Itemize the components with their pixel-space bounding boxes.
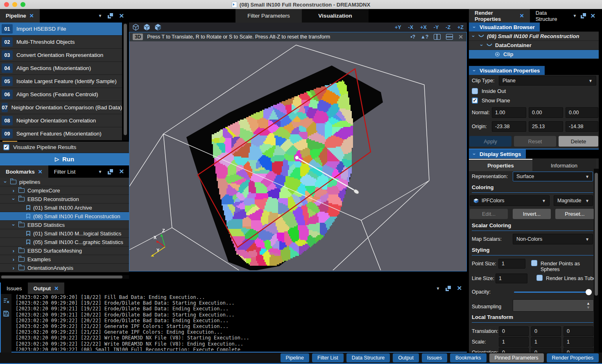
clear-log-icon[interactable] <box>3 298 9 305</box>
orientation-cube-icon[interactable] <box>154 24 161 31</box>
camera-axis-button-minus-y[interactable]: -Y <box>434 25 439 30</box>
pipeline-scrollbar-thumb[interactable] <box>124 24 127 135</box>
pipeline-item[interactable]: 06Align Sections (Feature Centroid) <box>0 88 122 101</box>
tab-bookmarks[interactable]: Bookmarks ✕ <box>0 165 48 178</box>
maximize-traffic-light[interactable] <box>20 2 25 7</box>
visualization-browser-header[interactable]: › Visualization Browser <box>469 23 540 32</box>
bookmarks-tree-item[interactable]: (01) Small IN100 Archive <box>0 203 129 212</box>
console-log[interactable]: [2023:02:20 09:29:20] [18/22] Fill Bad D… <box>11 294 467 351</box>
visualize-results-checkbox[interactable]: ✓ <box>3 144 9 150</box>
close-panel-icon[interactable]: ✕ <box>119 168 124 175</box>
dock-toggle-pinned-parameters[interactable]: Pinned Parameters <box>489 353 544 362</box>
scale-z-field[interactable]: 1 <box>564 337 593 347</box>
camera-axis-button-plusminus-y[interactable]: +Y <box>395 25 401 30</box>
show-plane-checkbox[interactable]: ✓ <box>472 97 478 104</box>
chevron-collapsed-icon[interactable]: › <box>11 188 16 194</box>
scale-x-field[interactable]: 1 <box>499 337 529 347</box>
save-log-icon[interactable] <box>3 311 9 318</box>
browser-item-clip[interactable]: Clip <box>469 50 599 59</box>
close-panel-icon[interactable]: ✕ <box>590 12 595 20</box>
opacity-slider-handle[interactable] <box>586 289 592 295</box>
dock-toggle-bookmarks[interactable]: Bookmarks <box>450 353 487 362</box>
pipeline-item[interactable]: 04Align Sections (Misorientation) <box>0 62 122 75</box>
pipeline-item[interactable]: 03Convert Orientation Representation <box>0 49 122 62</box>
scale-y-field[interactable]: 1 <box>531 337 561 347</box>
apply-button[interactable]: Apply <box>469 136 511 147</box>
dock-toggle-render-properties[interactable]: Render Properties <box>547 353 599 362</box>
visualization-properties-header[interactable]: › Visualization Properties <box>469 66 545 75</box>
browser-item-pipeline[interactable]: › (08) Small IN100 Full Reconstruction <box>469 32 599 41</box>
close-tab-icon[interactable]: ✕ <box>38 169 43 175</box>
bookmarks-tree-item[interactable]: ›pipelines <box>0 178 129 186</box>
dock-toggle-filter-list[interactable]: Filter List <box>312 353 344 362</box>
edit-colors-button[interactable]: Edit... <box>470 209 508 219</box>
chevron-collapsed-icon[interactable]: › <box>11 265 16 271</box>
camera-axis-button-plusminus-z[interactable]: +Z <box>457 25 464 30</box>
opacity-slider[interactable] <box>514 292 591 293</box>
tab-pipeline[interactable]: Pipeline ✕ <box>0 9 40 23</box>
render-points-checkbox[interactable] <box>531 260 537 266</box>
origin-y-field[interactable]: 25.13 <box>529 121 563 132</box>
chevron-collapsed-icon[interactable]: › <box>11 248 16 254</box>
spin-up-icon[interactable]: ▲ <box>586 301 590 305</box>
pipeline-item[interactable]: 01Import H5EBSD File <box>0 23 122 36</box>
undock-panel-icon[interactable] <box>446 286 451 291</box>
pipeline-item[interactable]: 07Neighbor Orientation Comparison (Bad D… <box>0 101 122 114</box>
close-panel-icon[interactable]: ✕ <box>119 12 124 20</box>
tab-information[interactable]: Information <box>532 159 596 171</box>
clip-type-dropdown[interactable]: Plane▼ <box>499 76 596 86</box>
bookmarks-tree-item[interactable]: ›EBSD SurfaceMeshing <box>0 246 129 255</box>
spin-down-icon[interactable]: ▼ <box>586 305 590 310</box>
render-view[interactable]: 3D Press T to Translate, R to Rotate or … <box>129 32 467 271</box>
inside-out-checkbox[interactable] <box>472 88 478 94</box>
color-component-dropdown[interactable]: Magnitude▼ <box>554 195 593 206</box>
camera-help-icon[interactable]: ▲? <box>421 34 428 40</box>
normal-x-field[interactable]: 1.00 <box>492 107 526 118</box>
visibility-eye-icon[interactable] <box>494 52 500 57</box>
right-panel-scrollbar-thumb[interactable] <box>595 173 598 296</box>
bookmarks-tree-item[interactable]: ›EBSD Reconstruction <box>0 195 129 203</box>
translation-x-field[interactable]: 0 <box>499 326 529 336</box>
camera-axis-button-minus-z[interactable]: -Z <box>446 25 450 30</box>
chevron-expanded-icon[interactable]: › <box>11 223 17 227</box>
chevron-down-icon[interactable]: ▼ <box>98 14 102 18</box>
undock-panel-icon[interactable] <box>108 13 113 18</box>
point-help-icon[interactable]: •? <box>411 34 416 40</box>
normal-z-field[interactable]: 0.00 <box>566 107 598 118</box>
close-tab-icon[interactable]: ✕ <box>29 13 34 19</box>
bookmarks-tree-item[interactable]: ›OrientationAnalysis <box>0 264 129 272</box>
chevron-down-icon[interactable]: ▼ <box>573 14 577 18</box>
undock-panel-icon[interactable] <box>108 169 113 174</box>
bookmarks-tree-item[interactable]: (01) Small IN100 M...logical Statistics <box>0 229 129 238</box>
orientation-y-field[interactable]: 0 <box>531 348 561 353</box>
bookmarks-tree-item[interactable]: (08) Small IN100 Full Reconstruction <box>0 212 129 221</box>
wireframe-cube-icon[interactable] <box>132 24 139 31</box>
invert-colors-button[interactable]: Invert... <box>513 209 551 219</box>
delete-button[interactable]: Delete <box>559 136 598 147</box>
close-panel-icon[interactable]: ✕ <box>457 285 462 292</box>
pipeline-item[interactable]: 09Segment Features (Misorientation) <box>0 127 122 140</box>
render-lines-checkbox[interactable] <box>536 275 543 281</box>
chevron-expanded-icon[interactable]: › <box>11 197 17 201</box>
run-button[interactable]: ▷ Run <box>0 153 129 165</box>
reset-button[interactable]: Reset <box>514 136 556 147</box>
close-traffic-light[interactable] <box>4 2 9 7</box>
3d-scene[interactable]: Z X Y <box>129 41 466 270</box>
subsampling-spinbox[interactable]: ▲ ▼ <box>513 299 594 312</box>
chevron-expanded-icon[interactable]: › <box>2 180 9 184</box>
orientation-x-field[interactable]: 0 <box>499 348 529 353</box>
origin-z-field[interactable]: -14.38 <box>566 121 598 132</box>
origin-x-field[interactable]: -23.38 <box>492 121 526 132</box>
dock-toggle-issues[interactable]: Issues <box>422 353 447 362</box>
chevron-down-icon[interactable]: ▼ <box>436 286 440 291</box>
dock-toggle-pipeline[interactable]: Pipeline <box>281 353 309 362</box>
tab-data-structure[interactable]: Data Structure <box>530 9 573 23</box>
tab-properties[interactable]: Properties <box>469 159 532 171</box>
display-settings-header[interactable]: › Display Settings <box>469 149 526 158</box>
dock-toggle-output[interactable]: Output <box>393 353 419 362</box>
normal-y-field[interactable]: 0.00 <box>529 107 563 118</box>
chevron-down-icon[interactable]: ▼ <box>98 170 102 174</box>
bookmarks-tree-item[interactable]: ›EBSD Statistics <box>0 221 129 229</box>
translation-y-field[interactable]: 0 <box>531 326 561 336</box>
bookmarks-tree-item[interactable]: (05) Small IN100 C...graphic Statistics <box>0 238 129 246</box>
